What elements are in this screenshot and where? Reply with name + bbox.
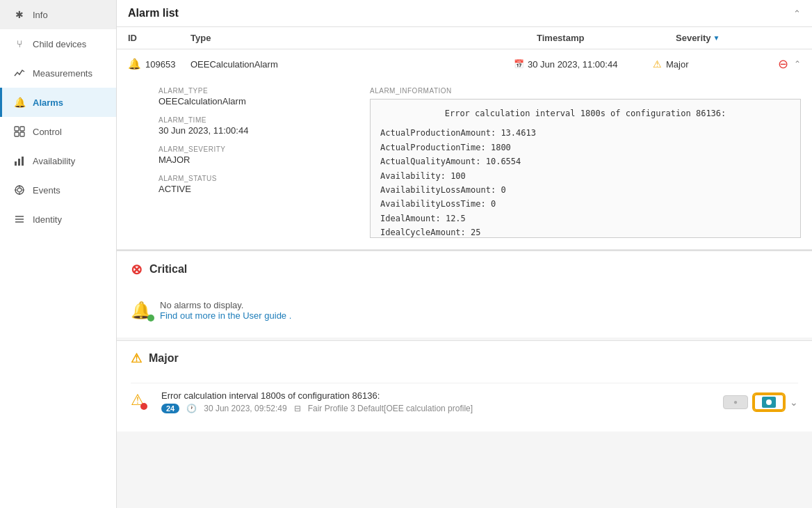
alarm-type-cell: OEECalculationAlarm (190, 59, 514, 70)
sidebar-item-control[interactable]: Control (0, 117, 116, 146)
sidebar-item-identity[interactable]: Identity (0, 205, 116, 234)
main-content: Alarm list ⌃ ID Type Timestamp Severity … (117, 0, 812, 508)
severity-sort-icon: ▼ (713, 34, 720, 42)
alarm-timestamp-cell: 📅 30 Jun 2023, 11:00:44 (514, 59, 653, 70)
major-alarm-toggle-small[interactable]: ● (723, 395, 748, 409)
major-alarm-toggle[interactable] (754, 394, 784, 411)
toggle-small-icon: ● (733, 398, 738, 406)
availability-icon (13, 154, 26, 167)
alarm-id: 109653 (145, 59, 175, 70)
critical-title: Critical (149, 263, 187, 276)
alarm-time-label: ALARM_TIME (159, 116, 353, 124)
events-icon (13, 184, 26, 196)
major-alarm-chevron-icon[interactable]: ⌄ (790, 397, 798, 408)
major-alarm-row: ⚠ Error calculation interval 1800s of co… (131, 383, 798, 420)
svg-rect-4 (15, 161, 17, 166)
alarm-list-panel: Alarm list ⌃ ID Type Timestamp Severity … (117, 0, 812, 251)
alarm-list-header: Alarm list ⌃ (117, 0, 812, 27)
major-alarm-title: Error calculation interval 1800s of conf… (161, 390, 723, 401)
alarm-status-field: ALARM_STATUS ACTIVE (159, 175, 353, 194)
alarm-type-value: OEECalculationAlarm (159, 96, 353, 106)
alarm-info-box[interactable]: Error calculation interval 1800s of conf… (370, 99, 801, 238)
sidebar-item-events[interactable]: Events (0, 175, 116, 205)
major-alarm-timestamp: 30 Jun 2023, 09:52:49 (204, 404, 286, 413)
sidebar-label-control: Control (33, 127, 62, 137)
alarm-timestamp: 30 Jun 2023, 11:00:44 (528, 59, 617, 70)
profile-icon: ⊟ (294, 404, 301, 413)
alarm-time-value: 30 Jun 2023, 11:00:44 (159, 125, 353, 136)
alarm-list-title: Alarm list (128, 7, 179, 19)
major-section: ⚠ Major ⚠ Error calculation interval 180… (117, 340, 812, 431)
major-warning-icon: ⚠ (131, 351, 142, 366)
critical-section: ⊗ Critical 🔔 No alarms to display. Find … (117, 251, 812, 338)
svg-rect-2 (15, 132, 19, 136)
col-header-severity[interactable]: Severity ▼ (676, 33, 801, 43)
sidebar-label-info: Info (33, 10, 48, 20)
alarm-time-field: ALARM_TIME 30 Jun 2023, 11:00:44 (159, 116, 353, 136)
col-header-id: ID (128, 33, 190, 43)
child-devices-icon: ⑂ (13, 38, 26, 50)
content-scroll: ⊗ Critical 🔔 No alarms to display. Find … (117, 251, 812, 508)
alarm-row: 🔔 109653 OEECalculationAlarm 📅 30 Jun 20… (117, 49, 812, 250)
alarm-type-field: ALARM_TYPE OEECalculationAlarm (159, 87, 353, 106)
sidebar-label-measurements: Measurements (33, 68, 92, 79)
alarm-info-section: ALARM_INFORMATION Error calculation inte… (370, 87, 801, 238)
major-section-header: ⚠ Major (117, 341, 812, 376)
no-alarms-row: 🔔 No alarms to display. Find out more in… (131, 294, 798, 326)
control-icon (13, 125, 26, 138)
critical-section-content: 🔔 No alarms to display. Find out more in… (117, 287, 812, 338)
sidebar-item-alarms[interactable]: 🔔 Alarms (0, 88, 116, 117)
alarm-severity-label: ALARM_SEVERITY (159, 145, 353, 153)
critical-icon: ⊗ (131, 261, 143, 278)
sidebar-item-info[interactable]: ✱ Info (0, 0, 116, 29)
alarm-severity-field: ALARM_SEVERITY MAJOR (159, 145, 353, 165)
calendar-icon: 📅 (514, 59, 524, 69)
alarm-severity: Major (666, 59, 689, 70)
sidebar-label-alarms: Alarms (33, 97, 63, 108)
sidebar: ✱ Info ⑂ Child devices Measurements 🔔 Al… (0, 0, 117, 508)
info-icon: ✱ (13, 8, 26, 21)
svg-rect-3 (20, 132, 24, 136)
alarm-row-main[interactable]: 🔔 109653 OEECalculationAlarm 📅 30 Jun 20… (117, 49, 812, 79)
measurements-icon (13, 67, 26, 79)
alarm-severity-cell: ⚠ Major (653, 58, 778, 70)
major-alarm-actions: ● ⌄ (723, 394, 798, 411)
no-alarms-text: No alarms to display. (160, 300, 243, 310)
major-alarm-badge: 24 (161, 404, 179, 413)
alarm-status-label: ALARM_STATUS (159, 175, 353, 182)
bell-icon: 🔔 (128, 58, 141, 70)
col-header-timestamp: Timestamp (537, 33, 676, 43)
alarm-detail: ALARM_TYPE OEECalculationAlarm ALARM_TIM… (117, 79, 812, 249)
alarm-detail-left: ALARM_TYPE OEECalculationAlarm ALARM_TIM… (159, 87, 353, 238)
alarm-table-header: ID Type Timestamp Severity ▼ (117, 27, 812, 49)
sidebar-label-identity: Identity (33, 214, 62, 225)
toggle-inner (762, 397, 776, 408)
alarm-info-title: Error calculation interval 1800s of conf… (380, 106, 790, 120)
no-alarms-link[interactable]: Find out more in the User guide . (160, 310, 291, 321)
sidebar-item-child-devices[interactable]: ⑂ Child devices (0, 29, 116, 58)
toggle-dot (766, 399, 772, 405)
major-title: Major (149, 352, 179, 365)
major-alarm-info: Error calculation interval 1800s of conf… (161, 390, 723, 413)
alarm-info-content: ActualProductionAmount: 13.4613ActualPro… (380, 126, 790, 238)
alarm-actions: ⊖ ⌃ (778, 56, 801, 72)
collapse-alarm-list-icon[interactable]: ⌃ (793, 8, 801, 19)
sidebar-label-availability: Availability (33, 156, 75, 166)
clock-icon: 🕐 (186, 404, 197, 413)
alarms-icon: 🔔 (13, 96, 26, 109)
svg-rect-0 (15, 127, 19, 131)
sidebar-label-child-devices: Child devices (33, 39, 86, 49)
alarm-severity-value: MAJOR (159, 154, 353, 165)
sidebar-label-events: Events (33, 185, 60, 196)
alarm-id-cell: 🔔 109653 (128, 58, 190, 70)
alarm-info-label: ALARM_INFORMATION (370, 87, 801, 95)
svg-rect-6 (22, 157, 24, 166)
collapse-alarm-icon[interactable]: ⌃ (794, 59, 801, 69)
sidebar-item-availability[interactable]: Availability (0, 146, 116, 175)
warning-icon: ⚠ (653, 58, 662, 70)
critical-section-header: ⊗ Critical (117, 251, 812, 287)
sidebar-item-measurements[interactable]: Measurements (0, 58, 116, 88)
dismiss-alarm-icon[interactable]: ⊖ (778, 56, 788, 72)
col-header-type: Type (190, 33, 537, 43)
major-section-content: ⚠ Error calculation interval 1800s of co… (117, 376, 812, 431)
